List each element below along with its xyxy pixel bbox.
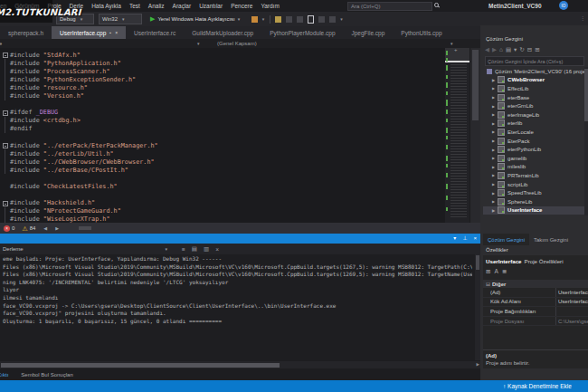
split-editor-icon[interactable]: + — [454, 48, 458, 53]
output-log[interactable]: eme başladı: Proje: UserInterface, Yapıl… — [3, 255, 472, 360]
error-icon[interactable]: × — [4, 225, 10, 232]
caret-icon[interactable]: ▾ — [262, 16, 265, 23]
categorized-icon[interactable]: ⊞ — [486, 268, 490, 275]
expand-arrow-icon[interactable]: ▶ — [492, 129, 495, 134]
scrollbar-thumb[interactable] — [472, 50, 479, 120]
caret-icon[interactable]: ▾ — [340, 16, 343, 23]
editor-tab-PythonPlayerModule.cpp[interactable]: PythonPlayerModule.cpp — [261, 26, 343, 39]
expand-arrow-icon[interactable]: ▶ — [492, 95, 495, 100]
code-editor[interactable]: #include "StdAfx.h"#include "PythonAppli… — [0, 48, 480, 223]
project-node-mileslib[interactable]: ▶mileslib — [483, 163, 584, 172]
expand-arrow-icon[interactable]: ▶ — [492, 86, 495, 91]
project-node-eterlib[interactable]: ▶eterlib — [483, 120, 584, 129]
expand-arrow-icon[interactable]: ▶ — [492, 156, 495, 160]
forward-icon[interactable]: ▶ — [492, 46, 497, 53]
project-node-SpeedTreeLib[interactable]: ▶SpeedTreeLib — [483, 188, 584, 197]
clear-all-icon[interactable]: × — [215, 246, 219, 253]
expand-arrow-icon[interactable]: ▶ — [492, 139, 495, 143]
property-pages-icon[interactable]: ≣ — [502, 268, 507, 275]
scrollbar-thumb[interactable] — [476, 255, 479, 270]
editor-tab-PythonUtils.cpp[interactable]: PythonUtils.cpp — [393, 26, 450, 39]
tool-tab-Çıktı[interactable]: Çıktı — [0, 372, 14, 378]
show-all-files-icon[interactable]: ⊞ — [535, 46, 539, 53]
project-node-eterBase[interactable]: ▶eterBase — [483, 93, 584, 102]
menu-item-hata-ayıkla[interactable]: Hata Ayıkla — [88, 1, 126, 11]
properties-section-header[interactable]: Diğer — [483, 280, 588, 288]
project-node-UserInterface[interactable]: ▶UserInterface — [483, 206, 584, 215]
editor-tab-UserInterface.cpp[interactable]: UserInterface.cpp▪× — [52, 26, 126, 39]
account-avatar[interactable]: IO — [559, 1, 568, 10]
bookmark-icon[interactable] — [308, 15, 314, 24]
add-to-source-control-button[interactable]: Kaynak Denetimine Ekle — [503, 383, 572, 389]
project-node-scriptLib[interactable]: ▶scriptLib — [483, 180, 584, 189]
property-row-Kök Ad Alanı[interactable]: Kök Ad AlanıUserInterface — [483, 298, 588, 308]
auto-hide-pin-icon[interactable]: ⊥ — [462, 234, 467, 243]
output-horizontal-scrollbar[interactable]: ▶ — [0, 361, 480, 368]
navigate-back-icon[interactable] — [286, 16, 292, 23]
expand-arrow-icon[interactable]: ▶ — [492, 182, 495, 186]
expand-arrow-icon[interactable]: ▶ — [492, 112, 495, 117]
solution-explorer-scrollbar[interactable] — [584, 67, 588, 215]
property-row-(Ad)[interactable]: (Ad)UserInterface — [483, 288, 588, 298]
close-icon[interactable]: × — [473, 234, 477, 243]
output-title-bar[interactable]: Çıktı ▾ ⊥ × — [0, 234, 480, 244]
menu-item-test[interactable]: Test — [125, 1, 144, 11]
search-icon[interactable] — [434, 3, 439, 7]
scroll-right-arrow-icon[interactable]: ▶ — [477, 362, 479, 367]
project-node-eterGrnLib[interactable]: ▶eterGrnLib — [483, 101, 584, 110]
editor-tab-spherepack.h[interactable]: spherepack.h — [0, 26, 52, 39]
output-source-dropdown[interactable]: Derleme ▾ — [3, 246, 167, 252]
solution-explorer-search-input[interactable]: Çözüm Gezgini İçinde Ara (Ctrl+ş) — [485, 56, 584, 66]
minimap[interactable]: + — [445, 48, 469, 223]
platform-dropdown[interactable]: Win32 ▾ — [99, 14, 142, 24]
outline-collapse-icon[interactable] — [0, 109, 10, 117]
quick-search-input[interactable]: Ara (Ctrl+Q) — [347, 2, 432, 11]
switch-views-icon[interactable]: ▤ — [506, 46, 511, 53]
outline-collapse-icon[interactable] — [0, 141, 10, 149]
alphabetical-icon[interactable]: A — [494, 268, 498, 275]
outline-collapse-icon[interactable] — [0, 199, 10, 207]
back-icon[interactable]: ◀ — [485, 46, 489, 53]
pin-icon[interactable]: ▪ — [109, 30, 111, 35]
project-node-EterLocale[interactable]: ▶EterLocale — [483, 128, 584, 137]
feedback-icon[interactable] — [251, 16, 258, 23]
scrollbar-thumb[interactable] — [1, 363, 280, 368]
caret-icon[interactable]: ▾ — [514, 46, 517, 53]
outline-collapse-icon[interactable] — [0, 51, 10, 59]
editor-tab-JpegFile.cpp[interactable]: JpegFile.cpp — [344, 26, 394, 39]
expand-arrow-icon[interactable]: ▶ — [492, 121, 495, 126]
chevron-down-icon[interactable]: ▾ — [450, 41, 453, 46]
menu-item-pencere[interactable]: Pencere — [227, 1, 257, 11]
home-icon[interactable]: ⌂ — [499, 46, 503, 53]
property-row-Proje Bağımlılıkları[interactable]: Proje Bağımlılıkları — [483, 307, 588, 317]
editor-tab-GuildMarkUploader.cpp[interactable]: GuildMarkUploader.cpp — [184, 26, 261, 39]
scrollbar-thumb[interactable] — [584, 69, 588, 121]
menu-item-analiz[interactable]: Analiz — [144, 1, 168, 11]
project-node-EterPack[interactable]: ▶EterPack — [483, 137, 584, 146]
explorer-tab-Çözüm Gezgini[interactable]: Çözüm Gezgini — [483, 234, 529, 245]
editor-tab-UserInterface.rc[interactable]: UserInterface.rc — [126, 26, 184, 39]
warning-icon[interactable]: ⚠ — [22, 225, 27, 232]
tool-tab-Sembol Bul Sonuçları[interactable]: Sembol Bul Sonuçları — [14, 372, 80, 378]
prev-bookmark-icon[interactable] — [318, 16, 325, 23]
start-debugging-button[interactable]: ▶ Yerel Windows Hata Ayıklayıcısı ▾ — [150, 15, 240, 23]
expand-arrow-icon[interactable]: ▶ — [492, 104, 495, 109]
menu-item-uzantılar[interactable]: Uzantılar — [195, 1, 227, 11]
expand-arrow-icon[interactable]: ▶ — [492, 191, 495, 196]
property-row-Proje Dosyası[interactable]: Proje DosyasıC:\Users\gsera\ — [483, 317, 588, 327]
goto-message-icon[interactable]: ≡ — [182, 246, 185, 253]
project-node-PRTerrainLib[interactable]: ▶PRTerrainLib — [483, 171, 584, 180]
project-node-eterPythonLib[interactable]: ▶eterPythonLib — [483, 145, 584, 154]
next-bookmark-icon[interactable] — [329, 16, 336, 23]
scope-dropdown[interactable]: UserInterface — [0, 41, 2, 46]
word-wrap-icon[interactable]: ▥ — [204, 245, 209, 253]
expand-arrow-icon[interactable]: ▶ — [492, 78, 495, 82]
editor-vertical-scrollbar[interactable] — [470, 48, 480, 223]
project-node-gamelib[interactable]: ▶gamelib — [483, 154, 584, 163]
member-dropdown[interactable]: (Genel Kapsam) — [217, 41, 257, 46]
expand-arrow-icon[interactable]: ▶ — [492, 208, 495, 213]
explorer-tab-Takım Gezgini[interactable]: Takım Gezgini — [529, 234, 573, 245]
expand-arrow-icon[interactable]: ▶ — [492, 165, 495, 169]
previous-issue-icon[interactable]: ◀ — [43, 225, 47, 231]
project-node-SphereLib[interactable]: ▶SphereLib — [483, 197, 584, 206]
